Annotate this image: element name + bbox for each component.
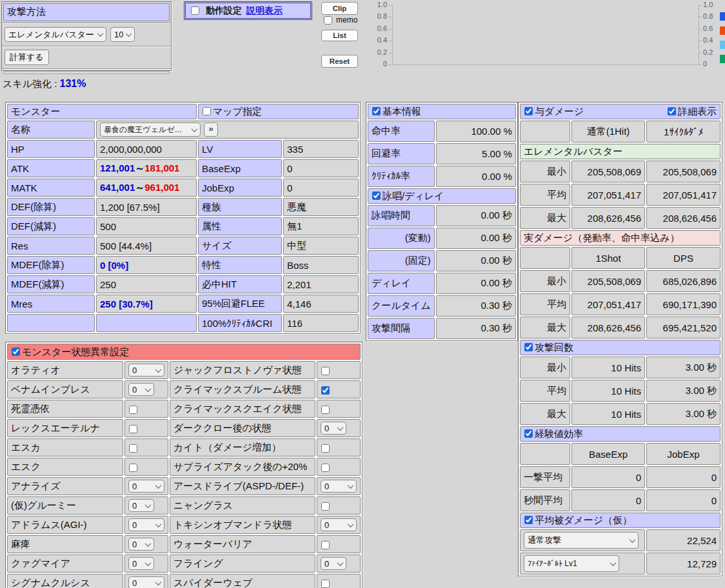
cell-value: 641,001～961,001 [96, 179, 197, 197]
jack-frost-nova-checkbox[interactable] [321, 367, 330, 375]
legend-chip [720, 41, 725, 49]
cell-value: 最大 [520, 317, 570, 338]
climax-quake-checkbox[interactable] [321, 406, 330, 414]
cell-value: ウォーターバリア [170, 535, 315, 553]
cell-value: 116 [283, 314, 359, 332]
checkbox-label: 与ダメージ [535, 106, 584, 117]
adoramus-select[interactable]: 0 [128, 518, 164, 531]
value-part: 961,001 [144, 182, 179, 193]
cell-value: ダーククロー後の状態 [170, 419, 315, 437]
cell-value: 0.30 秒 [436, 318, 516, 339]
dark-claw-select[interactable]: 0 [321, 422, 346, 435]
chevron-down-icon [145, 560, 152, 566]
calculate-button[interactable]: 計算する [5, 50, 49, 65]
divider [2, 23, 171, 23]
fire-bolt-select[interactable]: ﾌｧｲｱｰﾎﾞﾙﾄ Lv1 [524, 555, 619, 572]
cell-value: 0 [646, 466, 720, 488]
surprise-attack-checkbox[interactable] [321, 464, 330, 472]
earth-drive-select[interactable]: 0 [321, 480, 357, 493]
attack-count-checkbox[interactable] [524, 343, 533, 351]
cell-label: 詠唱/ディレイ [368, 188, 516, 204]
venom-impress-select[interactable]: 0 [128, 383, 154, 396]
esk-checkbox[interactable] [129, 464, 137, 472]
cell-value: エスカ [7, 438, 123, 456]
cell-value: クライマックスクエイク状態 [170, 400, 315, 418]
checkbox-label: 経験値効率 [535, 428, 583, 439]
axis-tick [698, 41, 702, 41]
cell-label: DEF(減算) [7, 217, 95, 235]
damage-dealt-table: 与ダメージ詳細表示通常(1Hit)1ｻｲｸﾙﾀﾞﾒエレメンタルバスター最小205… [518, 102, 722, 576]
cell-value: 205,508,069 [646, 161, 720, 182]
avg-damage-taken-checkbox[interactable] [524, 516, 533, 524]
esca-checkbox[interactable] [129, 444, 137, 453]
cell-value: 335 [283, 140, 359, 158]
map-specify-checkbox[interactable] [203, 107, 211, 115]
list-button[interactable]: List [321, 30, 358, 41]
cell-label: 1Shot [571, 247, 645, 269]
signum-crucis-select[interactable]: 0 [128, 576, 164, 588]
normal-attack-select[interactable]: 通常攻撃 [524, 532, 639, 549]
detail-display-checkbox[interactable] [668, 107, 676, 115]
cell-value: 208,626,456 [646, 207, 720, 229]
monster-table: モンスターマップ指定名称暴食の魔王ヴェルゼブブ»HP2,000,000,000L… [5, 102, 361, 334]
cell-value: 250 [30.7%] [96, 295, 197, 313]
analyze-select-value: 0 [132, 482, 137, 491]
y-axis-left-label: 0.4 [373, 36, 387, 44]
water-barrier-checkbox[interactable] [321, 541, 330, 549]
y-axis-left-label: 0.2 [373, 48, 387, 57]
axis-tick [388, 17, 392, 17]
flying-select[interactable]: 0 [321, 557, 346, 570]
cell-value: 10 Hits [571, 380, 645, 402]
cell-label: 95%回避FLEE [198, 295, 282, 313]
exp-efficiency-checkbox[interactable] [524, 429, 533, 438]
cell-value: 121,001～181,001 [96, 159, 197, 177]
cell-value: 690,171,390 [646, 293, 720, 315]
monster-name-select-expand-button[interactable]: » [204, 122, 218, 137]
cast-delay-checkbox[interactable] [372, 191, 381, 200]
checkbox-label: 平均被ダメージ（仮） [535, 514, 632, 525]
monster-name-select[interactable]: 暴食の魔王ヴェルゼブブ [100, 122, 201, 137]
cell-label: 基本情報 [368, 104, 516, 119]
nyan-grass-checkbox[interactable] [321, 502, 330, 511]
skill-select[interactable]: エレメンタルバスター [5, 27, 106, 42]
damage-dealt-checkbox[interactable] [524, 107, 533, 115]
gloomy-select[interactable]: 0 [128, 499, 154, 512]
behavior-settings-checkbox[interactable] [191, 6, 199, 15]
cell-label: JobExp [646, 443, 720, 465]
climax-bloom-checkbox[interactable] [321, 386, 330, 395]
cell-value: 685,026,896 [646, 270, 720, 292]
analyze-select[interactable]: 0 [128, 480, 164, 493]
spider-web-checkbox[interactable] [321, 580, 330, 588]
quagmire-select[interactable]: 0 [128, 557, 154, 570]
cell-value: 3.00 秒 [646, 357, 720, 378]
axis-tick [698, 5, 702, 6]
axis-tick [698, 53, 702, 54]
toxin-of-mandara-select[interactable]: 0 [321, 518, 357, 531]
skill-level-select[interactable]: 10 [110, 27, 135, 42]
cell-label: 攻撃回数 [520, 340, 720, 355]
cell-value: 205,508,069 [571, 270, 645, 292]
value-part: 181,001 [144, 162, 179, 173]
cell-value: 4,146 [283, 295, 359, 313]
cell-value: フライング [170, 554, 315, 573]
monster-status-checkbox[interactable] [12, 348, 20, 356]
cell-value: 暴食の魔王ヴェルゼブブ» [96, 121, 359, 139]
adoramus-select-value: 0 [132, 520, 137, 530]
oratio-select[interactable]: 0 [128, 364, 164, 377]
value-part: ～ [135, 162, 144, 173]
show-help-link[interactable]: 説明表示 [246, 5, 283, 17]
memo-checkbox[interactable] [324, 16, 332, 24]
clip-button[interactable]: Clip [321, 2, 358, 15]
monster-status-table: モンスター状態異常設定オラティオ0ジャックフロストノヴァ状態ベナムインプレス0ク… [5, 342, 362, 588]
cell-value [317, 458, 361, 476]
kaite-checkbox[interactable] [321, 444, 330, 453]
chevron-down-icon [155, 366, 162, 373]
reset-button[interactable]: Reset [321, 55, 358, 68]
cell-value: 0 [317, 419, 361, 437]
dead-spirit-possession-checkbox[interactable] [129, 406, 137, 414]
lex-aeterna-checkbox[interactable] [129, 425, 137, 433]
monster-status-table-grid: モンスター状態異常設定オラティオ0ジャックフロストノヴァ状態ベナムインプレス0ク… [5, 342, 362, 588]
paralysis-select[interactable]: 0 [128, 538, 154, 551]
basic-info-checkbox[interactable] [372, 107, 381, 115]
cell-label: クールタイム [368, 295, 435, 317]
